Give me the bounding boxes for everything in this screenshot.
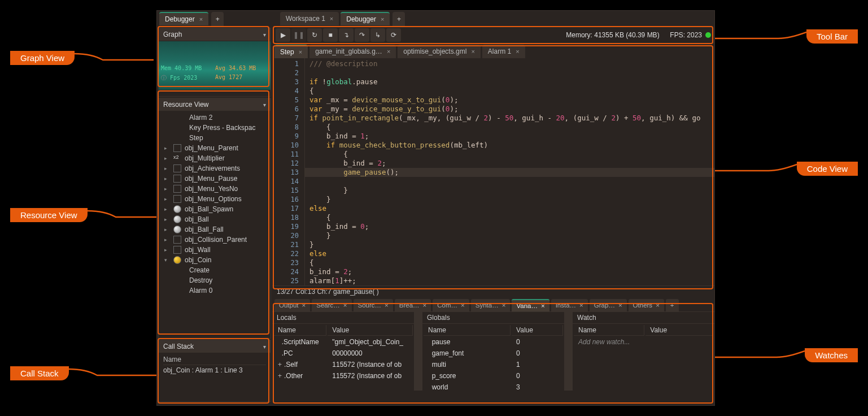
bottom-tab[interactable]: Synta…× (471, 299, 511, 311)
resource-item[interactable]: Destroy (159, 275, 271, 285)
close-icon[interactable]: × (381, 16, 384, 23)
close-icon[interactable]: × (343, 302, 347, 309)
expand-icon[interactable]: + (278, 361, 282, 369)
expand-arrow-icon[interactable]: ▸ (164, 155, 170, 161)
close-icon[interactable]: × (471, 48, 474, 55)
expand-arrow-icon[interactable]: ▸ (164, 166, 170, 171)
tab-debugger-side[interactable]: Debugger × (159, 12, 208, 25)
resource-item[interactable]: ▸obj_Menu_Options (159, 194, 271, 204)
close-icon[interactable]: × (656, 302, 660, 309)
resource-item[interactable]: Step (159, 133, 271, 143)
resource-item[interactable]: Key Press - Backspac (159, 123, 271, 133)
restart-button[interactable]: ↻ (307, 28, 322, 42)
close-icon[interactable]: × (423, 302, 427, 309)
panel-header-graph[interactable]: Graph ▾ (159, 28, 271, 41)
resource-item[interactable]: ▸x2obj_Multiplier (159, 153, 271, 163)
bottom-tab[interactable]: Output× (274, 299, 310, 311)
scrollbar[interactable] (565, 312, 573, 391)
close-icon[interactable]: × (541, 302, 545, 309)
editor-tab-optimise[interactable]: optimise_objects.gml× (398, 45, 481, 58)
resource-item[interactable]: ▸obj_Wall (159, 245, 271, 255)
table-row[interactable]: +.Self115572 (Instance of ob (273, 359, 413, 370)
code-body[interactable]: /// @description if !global.pause { var … (305, 58, 714, 285)
resource-item[interactable]: Alarm 2 (159, 112, 271, 123)
expand-icon[interactable]: + (278, 372, 282, 380)
resource-item[interactable]: ▸obj_Ball_Spawn (159, 204, 271, 214)
resource-label: Key Press - Backspac (189, 124, 255, 132)
tab-debugger-main[interactable]: Debugger × (341, 12, 390, 25)
close-icon[interactable]: × (579, 302, 583, 309)
expand-arrow-icon[interactable]: ▸ (164, 196, 170, 202)
close-icon[interactable]: × (330, 15, 333, 22)
close-icon[interactable]: × (387, 48, 390, 55)
bottom-tab[interactable]: Com…× (433, 299, 469, 311)
resource-item[interactable]: ▸obj_Menu_Parent (159, 143, 271, 153)
panel-header-resource[interactable]: Resource View ▾ (159, 98, 271, 111)
bottom-tab[interactable]: Searc…× (312, 299, 351, 311)
expand-arrow-icon[interactable]: ▸ (164, 186, 170, 192)
close-icon[interactable]: × (516, 48, 519, 55)
table-row[interactable]: game_font0 (424, 348, 563, 358)
step-over-button[interactable]: ↷ (355, 28, 369, 42)
play-button[interactable]: ▶ (276, 28, 290, 42)
stop-button[interactable]: ■ (323, 28, 338, 42)
bottom-tab[interactable]: Grap…× (590, 299, 627, 311)
expand-arrow-icon[interactable]: ▸ (164, 206, 170, 212)
close-icon[interactable]: × (302, 302, 306, 309)
expand-arrow-icon[interactable]: ▾ (164, 257, 170, 263)
close-icon[interactable]: × (385, 302, 389, 309)
step-out-button[interactable]: ↳ (370, 28, 385, 42)
table-row[interactable]: pause0 (424, 337, 563, 347)
panel-header-callstack[interactable]: Call Stack ▾ (159, 340, 271, 353)
editor-tab-game-init[interactable]: game_init_globals.g…× (309, 45, 396, 58)
bottom-tab[interactable]: Varia…× (512, 299, 549, 311)
debugger-window: Debugger × + Workspace 1 × Debugger × + … (156, 10, 715, 406)
resource-item[interactable]: ▸obj_Ball (159, 214, 271, 224)
bottom-tab[interactable]: Sourc…× (354, 299, 393, 311)
table-row[interactable]: multi1 (424, 359, 563, 370)
bottom-tab-add[interactable]: + (666, 299, 679, 311)
tab-workspace-1[interactable]: Workspace 1 × (280, 12, 339, 25)
pause-button[interactable]: ❚❚ (291, 28, 306, 42)
resource-item[interactable]: ▸obj_Ball_Fall (159, 224, 271, 235)
resource-item[interactable]: ▾obj_Coin (159, 255, 271, 265)
editor-tab-alarm1[interactable]: Alarm 1× (482, 45, 525, 58)
table-row[interactable]: +.Other115572 (Instance of ob (273, 371, 413, 381)
code-editor[interactable]: 1234567891011121314151617181920212223242… (272, 58, 714, 285)
add-watch-input[interactable]: Add new watch... (574, 337, 713, 347)
expand-arrow-icon[interactable]: ▸ (164, 216, 170, 222)
editor-tab-step[interactable]: Step× (274, 45, 308, 58)
close-icon[interactable]: × (502, 302, 506, 309)
callout-tool-bar: Tool Bar (705, 29, 858, 44)
table-row[interactable]: .ScriptName"gml_Object_obj_Coin_ (273, 337, 413, 347)
expand-arrow-icon[interactable]: ▸ (164, 237, 170, 242)
realtime-button[interactable]: ⟳ (386, 28, 401, 42)
resource-item[interactable]: ▸obj_Menu_YesNo (159, 184, 271, 194)
resource-item[interactable]: ▸obj_Achievements (159, 163, 271, 174)
table-row[interactable]: world3 (424, 382, 563, 392)
close-icon[interactable]: × (199, 16, 203, 23)
expand-arrow-icon[interactable]: ▸ (164, 247, 170, 253)
close-icon[interactable]: × (299, 49, 302, 55)
step-in-button[interactable]: ↴ (339, 28, 354, 42)
tab-add-main[interactable]: + (392, 12, 405, 27)
resource-item[interactable]: Create (159, 265, 271, 275)
table-row[interactable]: .PC00000000 (273, 348, 413, 358)
scrollbar[interactable] (415, 312, 422, 391)
resource-item[interactable]: Alarm 0 (159, 285, 271, 296)
expand-arrow-icon[interactable]: ▸ (164, 176, 170, 181)
chevron-down-icon: ▾ (263, 32, 266, 38)
tab-add-side[interactable]: + (211, 12, 224, 27)
close-icon[interactable]: × (618, 302, 622, 309)
resource-label: obj_Multiplier (185, 154, 225, 162)
bottom-tab[interactable]: Insta…× (551, 299, 588, 311)
expand-arrow-icon[interactable]: ▸ (164, 145, 170, 151)
resource-item[interactable]: ▸obj_Menu_Pause (159, 174, 271, 184)
resource-item[interactable]: ▸obj_Collision_Parent (159, 235, 271, 245)
expand-arrow-icon[interactable]: ▸ (164, 227, 170, 232)
close-icon[interactable]: × (461, 302, 465, 309)
table-row[interactable]: p_score0 (424, 371, 563, 381)
callstack-row[interactable]: obj_Coin : Alarm 1 : Line 3 (163, 366, 266, 374)
bottom-tab[interactable]: Brea…× (395, 299, 431, 311)
bottom-tab[interactable]: Others× (629, 299, 664, 311)
